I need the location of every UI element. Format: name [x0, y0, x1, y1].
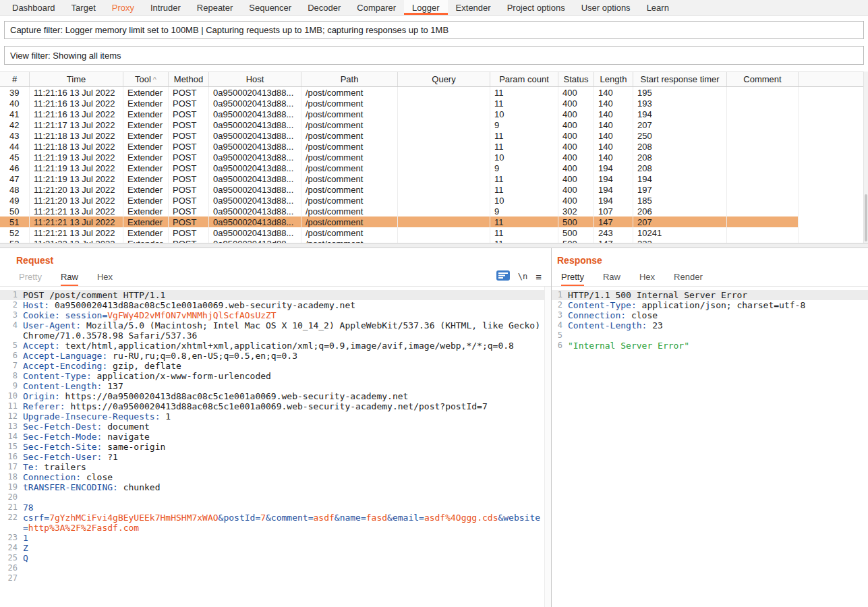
table-row[interactable]: 4511:21:19 13 Jul 2022ExtenderPOST0a9500…	[0, 152, 799, 163]
menu-item-learn[interactable]: Learn	[639, 0, 677, 15]
column-header-status[interactable]: Status	[558, 72, 594, 86]
column-header-query[interactable]: Query	[398, 72, 490, 86]
newline-toggle-icon[interactable]: \n	[518, 272, 527, 281]
soft-wrap-icon[interactable]	[496, 270, 510, 283]
line-number: 8	[0, 371, 22, 381]
column-header-length[interactable]: Length	[594, 72, 633, 86]
response-tab-pretty[interactable]: Pretty	[561, 267, 584, 286]
response-tab-render[interactable]: Render	[674, 267, 703, 286]
column-header-time[interactable]: Time	[30, 72, 123, 86]
line-text: Host: 0a9500020413d88ac08c5c1e001a0069.w…	[22, 300, 544, 310]
menu-item-decoder[interactable]: Decoder	[299, 0, 349, 15]
line-number: 14	[0, 432, 22, 442]
request-tab-raw[interactable]: Raw	[61, 267, 78, 286]
column-header-start-response-timer[interactable]: Start response timer	[633, 72, 727, 86]
table-cell: 10	[490, 109, 558, 119]
editor-line: 18Connection: close	[0, 472, 544, 482]
editor-menu-icon[interactable]: ≡	[536, 271, 542, 283]
table-cell: POST	[169, 109, 209, 119]
table-cell: 194	[594, 163, 633, 173]
table-cell	[727, 184, 799, 195]
table-cell: 11	[490, 216, 558, 227]
request-editor[interactable]: 1POST /post/comment HTTP/1.12Host: 0a950…	[0, 287, 551, 607]
table-row[interactable]: 3911:21:16 13 Jul 2022ExtenderPOST0a9500…	[0, 87, 799, 98]
menu-item-proxy[interactable]: Proxy	[104, 0, 142, 15]
table-cell: /post/comment	[301, 141, 398, 152]
column-header-filler	[799, 72, 868, 86]
menu-item-sequencer[interactable]: Sequencer	[241, 0, 299, 15]
menu-item-project-options[interactable]: Project options	[499, 0, 573, 15]
column-header--[interactable]: #	[0, 72, 30, 86]
response-tab-hex[interactable]: Hex	[639, 267, 655, 286]
column-header-host[interactable]: Host	[209, 72, 301, 86]
line-text: HTTP/1.1 500 Internal Server Error	[567, 290, 868, 300]
table-cell: 400	[558, 152, 594, 163]
sort-ascending-icon: ^	[153, 76, 156, 84]
horizontal-splitter[interactable]	[0, 243, 868, 248]
table-row[interactable]: 4311:21:18 13 Jul 2022ExtenderPOST0a9500…	[0, 130, 799, 141]
table-row[interactable]: 4211:21:17 13 Jul 2022ExtenderPOST0a9500…	[0, 119, 799, 130]
editor-line: 5	[552, 330, 868, 341]
column-header-comment[interactable]: Comment	[727, 72, 799, 86]
request-tab-pretty[interactable]: Pretty	[19, 267, 42, 286]
table-scrollbar-thumb[interactable]	[865, 194, 867, 241]
capture-filter-text: Capture filter: Logger memory limit set …	[10, 25, 449, 35]
table-cell: 10	[490, 195, 558, 206]
table-row[interactable]: 4811:21:20 13 Jul 2022ExtenderPOST0a9500…	[0, 184, 799, 195]
table-cell	[398, 152, 490, 163]
capture-filter-bar[interactable]: Capture filter: Logger memory limit set …	[4, 21, 864, 39]
menu-item-extender[interactable]: Extender	[448, 0, 499, 15]
table-row[interactable]: 4711:21:19 13 Jul 2022ExtenderPOST0a9500…	[0, 173, 799, 184]
table-cell	[398, 206, 490, 216]
table-cell	[727, 195, 799, 206]
menu-item-intruder[interactable]: Intruder	[142, 0, 189, 15]
table-cell: 11	[490, 98, 558, 109]
table-row[interactable]: 5211:21:21 13 Jul 2022ExtenderPOST0a9500…	[0, 227, 799, 238]
table-cell: 0a9500020413d88...	[209, 109, 301, 119]
table-scrollbar[interactable]	[863, 71, 868, 243]
menu-item-user-options[interactable]: User options	[573, 0, 639, 15]
table-cell	[727, 216, 799, 227]
menu-item-comparer[interactable]: Comparer	[349, 0, 404, 15]
table-cell: 10	[490, 152, 558, 163]
editor-line: 16Sec-Fetch-User: ?1	[0, 452, 544, 462]
table-row[interactable]: 4111:21:16 13 Jul 2022ExtenderPOST0a9500…	[0, 109, 799, 119]
request-panel: Request PrettyRawHex \n ≡ 1POST /post/co…	[0, 248, 552, 607]
view-filter-bar[interactable]: View filter: Showing all items	[4, 46, 864, 65]
table-cell: 9	[490, 119, 558, 130]
line-text: Sec-Fetch-Mode: navigate	[22, 432, 544, 442]
table-row[interactable]: 4011:21:16 13 Jul 2022ExtenderPOST0a9500…	[0, 98, 799, 109]
table-cell: 194	[633, 173, 727, 184]
table-row[interactable]: 4411:21:18 13 Jul 2022ExtenderPOST0a9500…	[0, 141, 799, 152]
response-tab-raw[interactable]: Raw	[603, 267, 620, 286]
column-header-param-count[interactable]: Param count	[490, 72, 558, 86]
table-row[interactable]: 5011:21:21 13 Jul 2022ExtenderPOST0a9500…	[0, 206, 799, 216]
response-editor[interactable]: 1HTTP/1.1 500 Internal Server Error2Cont…	[552, 287, 868, 607]
table-cell: 47	[0, 173, 30, 184]
table-cell: 302	[558, 206, 594, 216]
line-number: 1	[552, 290, 567, 300]
table-row[interactable]: 5311:21:22 13 Jul 2022ExtenderPOST0a9500…	[0, 238, 799, 243]
menu-item-repeater[interactable]: Repeater	[189, 0, 241, 15]
table-cell: POST	[169, 173, 209, 184]
table-cell: 208	[633, 141, 727, 152]
view-filter-text: View filter: Showing all items	[10, 51, 121, 61]
table-row[interactable]: 5111:21:21 13 Jul 2022ExtenderPOST0a9500…	[0, 216, 799, 227]
table-cell: 11:21:19 13 Jul 2022	[30, 152, 123, 163]
table-cell: /post/comment	[301, 130, 398, 141]
menu-item-logger[interactable]: Logger	[404, 0, 447, 15]
column-header-method[interactable]: Method	[169, 72, 209, 86]
table-cell: Extender	[123, 98, 169, 109]
line-text: Te: trailers	[22, 462, 544, 472]
table-cell: 11:21:16 13 Jul 2022	[30, 98, 123, 109]
editor-line: 15Sec-Fetch-Site: same-origin	[0, 442, 544, 452]
table-cell: /post/comment	[301, 227, 398, 238]
column-header-path[interactable]: Path	[301, 72, 398, 86]
line-text: Sec-Fetch-Site: same-origin	[22, 442, 544, 452]
request-tab-hex[interactable]: Hex	[97, 267, 113, 286]
menu-item-target[interactable]: Target	[63, 0, 104, 15]
table-row[interactable]: 4911:21:20 13 Jul 2022ExtenderPOST0a9500…	[0, 195, 799, 206]
menu-item-dashboard[interactable]: Dashboard	[4, 0, 63, 15]
table-row[interactable]: 4611:21:19 13 Jul 2022ExtenderPOST0a9500…	[0, 163, 799, 173]
column-header-tool[interactable]: Tool^	[123, 72, 169, 86]
